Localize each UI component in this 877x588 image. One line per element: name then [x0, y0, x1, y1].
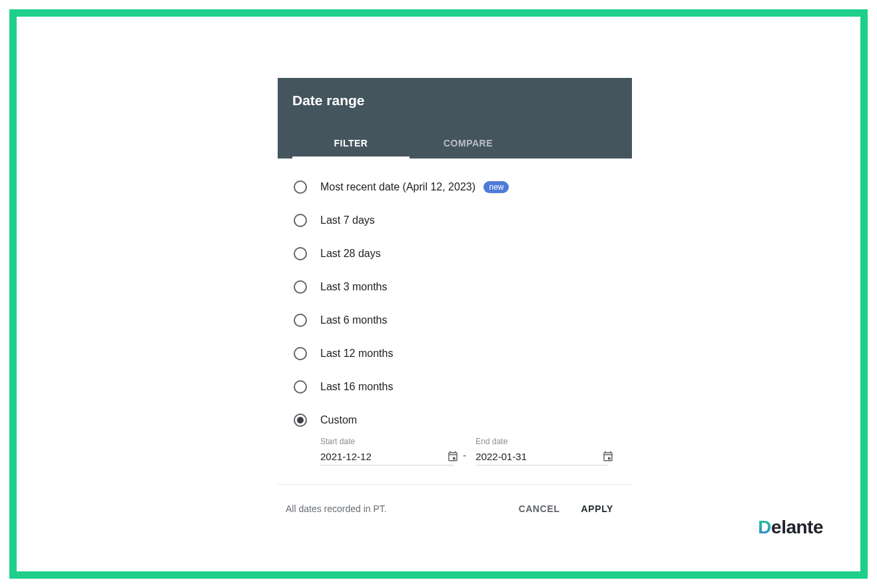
option-last-6-months[interactable]: Last 6 months: [278, 304, 632, 337]
dialog-footer: All dates recorded in PT. CANCEL APPLY: [278, 484, 632, 533]
option-last-12-months[interactable]: Last 12 months: [278, 337, 632, 370]
option-last-3-months[interactable]: Last 3 months: [278, 270, 632, 304]
dialog-header: Date range FILTER COMPARE: [278, 78, 632, 158]
calendar-icon[interactable]: [602, 450, 614, 462]
option-label: Last 7 days: [320, 214, 375, 226]
option-most-recent[interactable]: Most recent date (April 12, 2023) new: [278, 170, 632, 204]
tab-compare[interactable]: COMPARE: [410, 129, 527, 158]
new-badge: new: [483, 181, 509, 193]
radio-icon: [294, 180, 307, 194]
option-label: Last 28 days: [320, 248, 381, 260]
cancel-button[interactable]: CANCEL: [508, 498, 571, 519]
custom-date-fields: Start date - End date: [278, 437, 632, 477]
option-label: Last 3 months: [320, 281, 388, 293]
logo-letter-d: D: [758, 517, 771, 537]
option-last-7-days[interactable]: Last 7 days: [278, 204, 632, 237]
start-date-input[interactable]: [320, 451, 447, 462]
tab-filter[interactable]: FILTER: [292, 129, 410, 158]
radio-icon: [294, 214, 307, 227]
delante-logo: Delante: [758, 517, 823, 538]
apply-button[interactable]: APPLY: [571, 498, 624, 519]
option-label: Last 12 months: [320, 348, 393, 360]
option-label: Custom: [320, 414, 357, 426]
radio-icon: [294, 380, 307, 394]
start-date-label: Start date: [320, 437, 453, 446]
dialog-title: Date range: [278, 93, 632, 115]
options-list: Most recent date (April 12, 2023) new La…: [278, 158, 632, 484]
option-last-28-days[interactable]: Last 28 days: [278, 237, 632, 270]
radio-icon: [294, 414, 307, 427]
tabs: FILTER COMPARE: [278, 129, 632, 158]
timezone-note: All dates recorded in PT.: [286, 503, 508, 514]
end-date-label: End date: [475, 437, 609, 446]
option-custom[interactable]: Custom: [278, 404, 632, 437]
option-label: Most recent date (April 12, 2023) new: [320, 181, 509, 194]
calendar-icon[interactable]: [447, 450, 459, 462]
end-date-input[interactable]: [475, 451, 602, 462]
start-date-input-wrap[interactable]: [320, 450, 453, 465]
radio-icon: [294, 347, 307, 360]
radio-icon: [294, 314, 307, 327]
option-label: Last 6 months: [320, 314, 388, 326]
option-label: Last 16 months: [320, 381, 393, 393]
start-date-field: Start date: [320, 437, 453, 465]
date-range-dialog: Date range FILTER COMPARE Most recent da…: [278, 78, 632, 533]
frame-border: Date range FILTER COMPARE Most recent da…: [9, 9, 868, 579]
end-date-input-wrap[interactable]: [475, 450, 609, 465]
radio-icon: [294, 247, 307, 260]
date-separator: -: [463, 449, 466, 465]
end-date-field: End date: [475, 437, 609, 465]
option-last-16-months[interactable]: Last 16 months: [278, 370, 632, 404]
radio-icon: [294, 280, 307, 294]
logo-rest: elante: [771, 517, 823, 537]
